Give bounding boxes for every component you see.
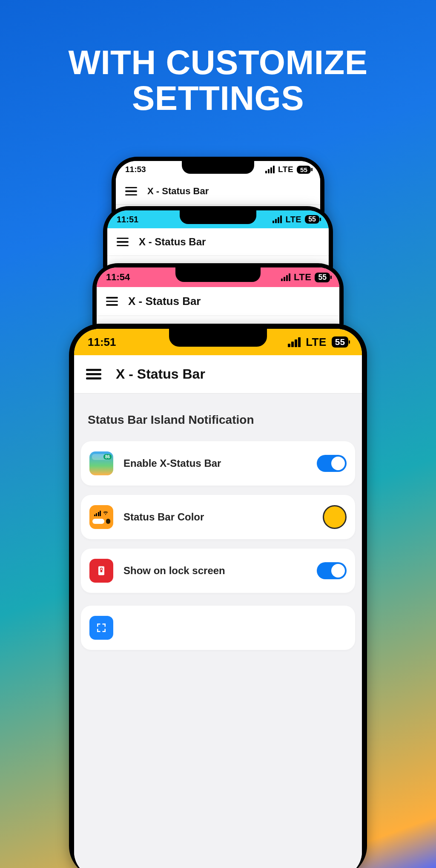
notch [180,210,256,224]
app-title: X - Status Bar [128,295,201,308]
network-label: LTE [285,215,301,224]
network-label: LTE [278,165,293,174]
notch [182,161,254,174]
app-header: X - Status Bar [74,355,362,394]
setting-row-partial[interactable] [81,606,355,650]
clock-text: 11:54 [106,272,130,283]
heading-line-2: SETTINGS [132,79,304,117]
app-header: X - Status Bar [116,178,320,205]
notch [175,267,261,282]
network-label: LTE [306,336,327,349]
promo-background: WITH CUSTOMIZE SETTINGS 11:53 LTE 55 X -… [0,0,436,868]
app-title: X - Status Bar [139,236,206,248]
battery-badge: 55 [315,273,330,282]
phone-mock-4: 11:51 LTE 55 X - Status Bar Status Bar I… [69,324,367,868]
menu-icon[interactable] [117,238,129,247]
promo-heading: WITH CUSTOMIZE SETTINGS [0,45,436,116]
setting-label: Status Bar Color [123,511,313,523]
app-title: X - Status Bar [116,366,205,382]
signal-icon [265,166,275,173]
enable-toggle[interactable] [317,455,347,472]
notch [169,329,267,347]
signal-icon [272,216,282,223]
section-title: Status Bar Island Notification [81,402,355,441]
settings-content: Status Bar Island Notification 86 Enable… [74,394,362,868]
lock-screen-icon [89,559,113,583]
menu-icon[interactable] [125,187,137,196]
app-title: X - Status Bar [147,186,209,197]
status-bar-app-icon: 86 [89,451,113,475]
setting-status-bar-color[interactable]: Status Bar Color [81,495,355,539]
wifi-icon [103,511,109,516]
color-swatch[interactable] [323,505,347,529]
lockscreen-toggle[interactable] [317,562,347,579]
expand-icon [89,616,113,640]
setting-enable-status-bar[interactable]: 86 Enable X-Status Bar [81,441,355,486]
signal-icon [281,273,290,281]
menu-icon[interactable] [106,297,118,306]
clock-text: 11:51 [117,215,138,224]
setting-label: Show on lock screen [123,565,307,577]
menu-icon[interactable] [86,369,101,379]
signal-icon [288,337,301,347]
battery-badge: 55 [305,215,319,224]
battery-badge: 55 [332,336,348,348]
svg-rect-1 [100,570,103,572]
color-icon [89,505,113,529]
setting-label: Enable X-Status Bar [123,457,307,469]
app-header: X - Status Bar [97,287,339,316]
app-header: X - Status Bar [107,228,329,256]
clock-text: 11:51 [88,336,116,349]
setting-show-on-lock-screen[interactable]: Show on lock screen [81,549,355,593]
icon-badge: 86 [103,454,112,460]
clock-text: 11:53 [125,165,146,174]
heading-line-1: WITH CUSTOMIZE [68,43,367,81]
battery-badge: 55 [297,166,311,174]
network-label: LTE [294,272,311,283]
